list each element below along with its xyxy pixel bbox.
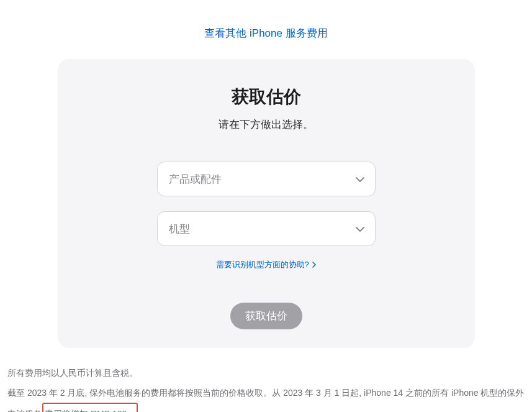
price-increase-highlight: 费用将增加 RMB 169。 bbox=[42, 403, 138, 412]
model-select-wrapper: 机型 bbox=[157, 211, 376, 246]
card-subtitle: 请在下方做出选择。 bbox=[70, 117, 462, 132]
model-select-placeholder: 机型 bbox=[169, 222, 190, 236]
top-link-container: 查看其他 iPhone 服务费用 bbox=[6, 0, 526, 59]
footer-line2: 截至 2023 年 2 月底, 保外电池服务的费用都将按照当前的价格收取。从 2… bbox=[7, 383, 525, 412]
card-title: 获取估价 bbox=[70, 85, 462, 109]
model-select[interactable]: 机型 bbox=[157, 211, 376, 246]
product-select-wrapper: 产品或配件 bbox=[157, 162, 376, 196]
product-select-placeholder: 产品或配件 bbox=[169, 172, 222, 186]
identify-model-help-link[interactable]: 需要识别机型方面的协助? bbox=[216, 260, 317, 269]
help-link-label: 需要识别机型方面的协助? bbox=[216, 260, 309, 269]
estimate-card: 获取估价 请在下方做出选择。 产品或配件 机型 bbox=[58, 59, 475, 348]
chevron-right-icon bbox=[312, 260, 316, 270]
product-select[interactable]: 产品或配件 bbox=[157, 162, 376, 196]
view-other-services-link[interactable]: 查看其他 iPhone 服务费用 bbox=[204, 27, 327, 39]
footer-text: 所有费用均以人民币计算且含税。 截至 2023 年 2 月底, 保外电池服务的费… bbox=[6, 348, 526, 412]
help-link-container: 需要识别机型方面的协助? bbox=[70, 259, 462, 270]
footer-line1: 所有费用均以人民币计算且含税。 bbox=[7, 363, 525, 383]
get-estimate-button[interactable]: 获取估价 bbox=[230, 303, 302, 329]
